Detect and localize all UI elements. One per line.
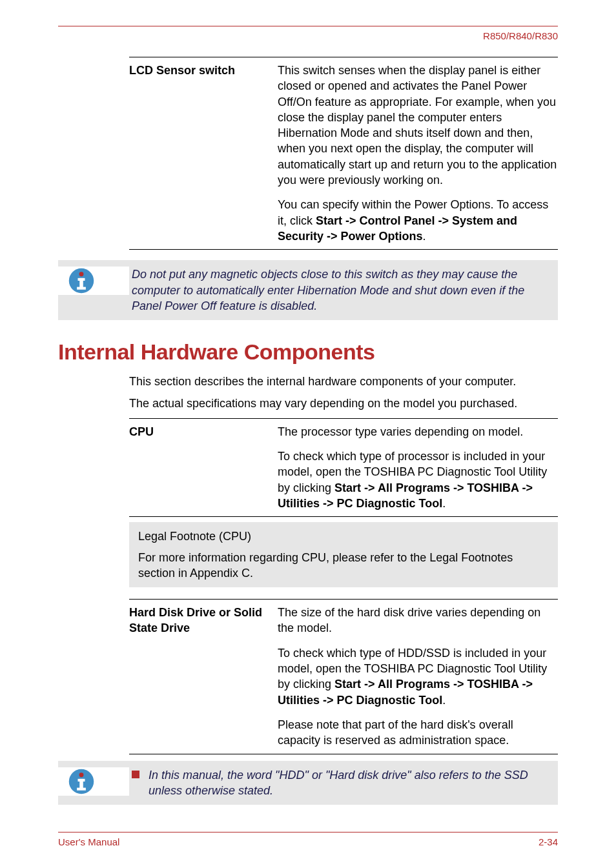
cpu-para2: To check which type of processor is incl… (278, 449, 558, 511)
cpu-para2-post: . (442, 497, 446, 510)
cpu-description: The processor type varies depending on m… (278, 418, 558, 516)
header-model-text: R850/R840/R830 (58, 30, 558, 41)
cpu-para1: The processor type varies depending on m… (278, 424, 558, 439)
footer-left: User's Manual (58, 836, 119, 847)
lcd-sensor-para2-post: . (423, 230, 426, 243)
svg-rect-4 (77, 287, 86, 290)
section-intro2: The actual specifications may vary depen… (129, 396, 558, 411)
page-footer: User's Manual 2-34 (58, 832, 558, 847)
note-hdd-text: In this manual, the word "HDD" or "Hard … (149, 767, 549, 799)
hdd-label: Hard Disk Drive or Solid State Drive (129, 600, 278, 754)
hdd-para2-post: . (442, 694, 446, 707)
note-magnetic-callout: Do not put any magnetic objects close to… (58, 260, 558, 320)
info-icon (67, 267, 96, 295)
bullet-square-icon (132, 771, 139, 778)
cpu-table: CPU The processor type varies depending … (129, 418, 558, 517)
hdd-para1: The size of the hard disk drive varies d… (278, 605, 558, 636)
hdd-table: Hard Disk Drive or Solid State Drive The… (129, 599, 558, 754)
lcd-sensor-para1: This switch senses when the display pane… (278, 63, 558, 188)
lcd-sensor-table: LCD Sensor switch This switch senses whe… (129, 57, 558, 250)
note-hdd-text-col: In this manual, the word "HDD" or "Hard … (129, 767, 549, 799)
note-magnetic-icon-col (58, 267, 129, 295)
section-intro1: This section describes the internal hard… (129, 374, 558, 389)
hdd-para3: Please note that part of the hard disk's… (278, 717, 558, 749)
svg-rect-9 (77, 787, 86, 790)
legal-footnote-block: Legal Footnote (CPU) For more informatio… (129, 522, 558, 587)
cpu-label: CPU (129, 418, 278, 516)
note-hdd-callout: In this manual, the word "HDD" or "Hard … (58, 761, 558, 805)
footer-rule (58, 832, 558, 833)
note-hdd-icon-col (58, 767, 129, 796)
header-rule (58, 26, 558, 26)
info-icon (67, 767, 96, 796)
svg-point-1 (79, 272, 84, 277)
footer-right: 2-34 (539, 836, 558, 847)
legal-line2: For more information regarding CPU, plea… (138, 550, 549, 581)
hdd-para2: To check which type of HDD/SSD is includ… (278, 645, 558, 708)
svg-point-6 (79, 772, 84, 777)
lcd-sensor-description: This switch senses when the display pane… (278, 57, 558, 250)
note-magnetic-text: Do not put any magnetic objects close to… (129, 267, 549, 314)
section-title: Internal Hardware Components (58, 339, 558, 365)
hdd-description: The size of the hard disk drive varies d… (278, 600, 558, 754)
lcd-sensor-label: LCD Sensor switch (129, 57, 278, 250)
lcd-sensor-para2: You can specify within the Power Options… (278, 197, 558, 244)
legal-line1: Legal Footnote (CPU) (138, 529, 549, 544)
